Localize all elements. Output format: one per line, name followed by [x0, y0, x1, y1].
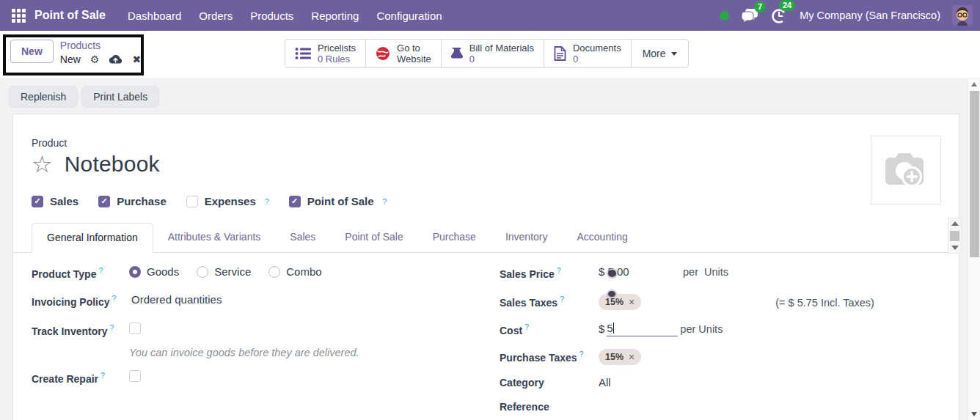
pricelists-button[interactable]: Pricelists 0 Rules [285, 40, 366, 67]
invoicing-policy-select[interactable]: Ordered quantities [131, 293, 222, 306]
sales-tax-remove-icon[interactable]: × [629, 298, 635, 306]
pos-checkbox-label: Point of Sale [307, 195, 374, 207]
smart-buttons: Pricelists 0 Rules Go to Website Bill of… [285, 39, 689, 68]
sales-price-help-icon[interactable]: ? [557, 266, 561, 275]
toggle-sales[interactable]: Sales [32, 195, 78, 207]
invoicing-help-note: You can invoice goods before they are de… [129, 347, 500, 358]
messages-button[interactable]: 7 [741, 8, 758, 23]
nav-item-orders[interactable]: Orders [199, 10, 233, 22]
globe-icon [376, 46, 390, 61]
go-to-website-button[interactable]: Go to Website [366, 40, 442, 67]
messages-badge: 7 [754, 1, 766, 12]
website-label: Website [397, 54, 431, 65]
radio-goods[interactable]: Goods [129, 265, 179, 278]
pricelists-label: Pricelists [318, 43, 356, 54]
product-name-input[interactable]: Notebook [65, 152, 160, 177]
nav-item-products[interactable]: Products [250, 10, 293, 22]
tab-point-of-sale[interactable]: Point of Sale [330, 223, 417, 253]
pos-help-icon[interactable]: ? [382, 197, 387, 206]
apps-grid-icon[interactable] [12, 9, 26, 23]
activities-button[interactable]: 24 [770, 7, 788, 24]
sales-taxes-label: Sales Taxes? [500, 294, 599, 309]
inner-scrollbar-thumb[interactable] [950, 231, 959, 241]
print-labels-button[interactable]: Print Labels [81, 86, 159, 108]
toggle-expenses[interactable]: Expenses ? [186, 195, 269, 207]
tab-purchase[interactable]: Purchase [418, 223, 491, 253]
tab-general-information[interactable]: General Information [32, 223, 153, 253]
product-image-upload[interactable] [871, 136, 941, 205]
documents-count: 0 [573, 54, 578, 65]
replenish-button[interactable]: Replenish [9, 86, 78, 108]
page-scrollbar[interactable] [968, 79, 980, 420]
tab-attributes-variants[interactable]: Attributes & Variants [153, 223, 276, 253]
scrollbar-up-arrow[interactable] [971, 82, 977, 86]
purchase-taxes-help-icon[interactable]: ? [579, 350, 584, 358]
sales-tax-tag[interactable]: 15% × [599, 294, 641, 310]
cost-help-icon[interactable]: ? [524, 323, 529, 331]
radio-service[interactable]: Service [197, 265, 251, 278]
toggle-purchase[interactable]: Purchase [98, 195, 167, 207]
scroll-down-icon[interactable] [951, 246, 959, 250]
page-action-band: Replenish Print Labels [0, 79, 980, 114]
track-inventory-checkbox[interactable] [129, 323, 141, 334]
sales-checkbox-label: Sales [50, 195, 78, 207]
product-type-help-icon[interactable]: ? [98, 266, 103, 275]
sales-taxes-help-icon[interactable]: ? [560, 295, 564, 303]
nav-item-dashboard[interactable]: Dashboard [128, 10, 181, 22]
inner-scrollbar[interactable] [948, 218, 962, 254]
user-avatar[interactable] [952, 5, 973, 26]
gear-actions-icon[interactable]: ⚙ [90, 54, 100, 65]
purchase-checkbox-label: Purchase [117, 195, 167, 207]
invoicing-policy-label: Invoicing Policy? [32, 293, 129, 308]
new-button[interactable]: New [10, 40, 54, 63]
more-button[interactable]: More [632, 40, 688, 67]
chevron-down-icon [671, 52, 677, 56]
create-repair-checkbox[interactable] [129, 370, 141, 382]
category-label: Category [500, 376, 599, 388]
expenses-help-icon[interactable]: ? [265, 197, 269, 206]
expenses-checkbox[interactable] [186, 196, 198, 207]
favorite-star-icon[interactable]: ☆ [32, 152, 53, 176]
product-type-label: Product Type? [32, 265, 129, 280]
mouse-cursor-artifact [608, 291, 615, 297]
track-inventory-help-icon[interactable]: ? [110, 323, 114, 332]
tax-included-note: (= $ 5.75 Incl. Taxes) [775, 295, 874, 309]
tab-inventory[interactable]: Inventory [491, 223, 563, 253]
company-switcher[interactable]: My Company (San Francisco) [800, 10, 940, 21]
tab-sales[interactable]: Sales [275, 223, 330, 253]
tab-accounting[interactable]: Accounting [562, 223, 642, 253]
purchase-tax-remove-icon[interactable]: × [629, 353, 635, 361]
invoicing-policy-help-icon[interactable]: ? [112, 294, 117, 303]
sales-checkbox[interactable] [32, 196, 43, 207]
sales-uom-link[interactable]: Units [704, 266, 728, 278]
pos-checkbox[interactable] [289, 196, 301, 207]
documents-button[interactable]: Documents 0 [544, 40, 632, 67]
product-type-radios: Goods Service Combo [129, 265, 322, 278]
purchase-tax-tag[interactable]: 15% × [599, 349, 641, 365]
create-repair-help-icon[interactable]: ? [100, 371, 105, 380]
breadcrumb-current: New [60, 54, 81, 65]
cost-input[interactable]: 5 [607, 322, 678, 336]
breadcrumb: New Products New ⚙ ✖ [10, 40, 141, 65]
cost-uom-link[interactable]: Units [698, 323, 723, 335]
nav-item-reporting[interactable]: Reporting [311, 10, 359, 22]
toggle-point-of-sale[interactable]: Point of Sale ? [289, 195, 387, 207]
purchase-checkbox[interactable] [98, 196, 110, 207]
nav-item-configuration[interactable]: Configuration [376, 10, 442, 22]
bill-of-materials-button[interactable]: Bill of Materials 0 [442, 40, 544, 67]
bom-count: 0 [469, 54, 475, 65]
page-scrollbar-thumb[interactable] [970, 91, 979, 257]
expenses-checkbox-label: Expenses [205, 195, 256, 207]
radio-combo[interactable]: Combo [268, 265, 321, 278]
cloud-save-icon[interactable] [109, 54, 122, 65]
category-select[interactable]: All [599, 376, 611, 388]
scrollbar-down-arrow[interactable] [971, 412, 977, 416]
go-to-label: Go to [397, 43, 420, 54]
document-icon [554, 46, 566, 61]
breadcrumb-products-link[interactable]: Products [60, 40, 141, 51]
discard-close-icon[interactable]: ✖ [132, 54, 141, 65]
scroll-up-icon[interactable] [951, 221, 959, 226]
cost-label: Cost? [500, 322, 599, 336]
bom-label: Bill of Materials [469, 43, 534, 54]
app-title[interactable]: Point of Sale [34, 9, 106, 22]
